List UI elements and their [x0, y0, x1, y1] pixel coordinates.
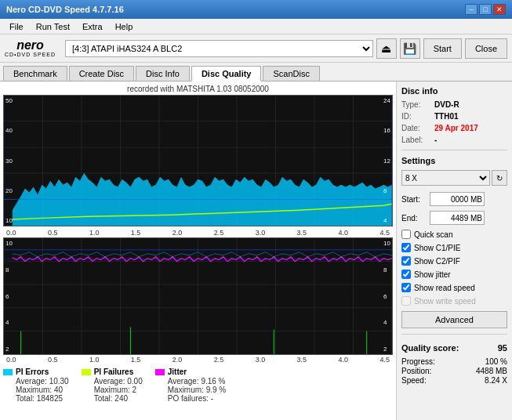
legend-pi-errors: PI Errors Average: 10.30 Maximum: 40 Tot…	[3, 368, 69, 403]
show-c1pie-row: Show C1/PIE	[401, 243, 507, 252]
legend-jitter: Jitter Average: 9.16 % Maximum: 9.9 % PO…	[155, 368, 226, 403]
menu-run-test[interactable]: Run Test	[30, 20, 76, 33]
jitter-stats: Average: 9.16 % Maximum: 9.9 % PO failur…	[168, 377, 226, 403]
eject-icon-button[interactable]: ⏏	[376, 38, 397, 59]
show-jitter-checkbox[interactable]	[401, 270, 411, 279]
pi-errors-stats: Average: 10.30 Maximum: 40 Total: 184825	[16, 377, 69, 403]
show-jitter-label[interactable]: Show jitter	[414, 270, 451, 279]
speed-select[interactable]: 8 X	[401, 170, 490, 186]
pi-failures-label: PI Failures	[94, 368, 134, 376]
start-mb-input[interactable]	[430, 192, 485, 206]
top-chart-svg	[4, 96, 392, 226]
divider-2	[401, 334, 507, 335]
save-icon-button[interactable]: 💾	[400, 38, 420, 59]
pi-errors-color	[3, 369, 13, 375]
disc-info-title: Disc info	[401, 86, 507, 96]
chart-area: recorded with MATSHITA 1.03 08052000 50 …	[0, 81, 396, 420]
window-title: Nero CD-DVD Speed 4.7.7.16	[6, 5, 124, 14]
start-mb-label: Start:	[401, 195, 427, 204]
disc-label-value: -	[434, 136, 437, 144]
quick-scan-row: Quick scan	[401, 230, 507, 239]
progress-row: Progress: 100 %	[401, 357, 507, 366]
disc-id-row: ID: TTH01	[401, 112, 507, 121]
pi-errors-label: PI Errors	[16, 368, 49, 376]
close-button[interactable]: Close	[465, 38, 507, 59]
show-read-speed-checkbox[interactable]	[401, 283, 411, 292]
top-chart: 50 40 30 20 10 24 16 12 8 4	[3, 95, 393, 226]
show-c2pif-checkbox[interactable]	[401, 256, 411, 266]
show-write-speed-row: Show write speed	[401, 296, 507, 306]
legend-pi-failures: PI Failures Average: 0.00 Maximum: 2 Tot…	[82, 368, 143, 403]
speed-row-2: Speed: 8.24 X	[401, 376, 507, 385]
tabs-bar: Benchmark Create Disc Disc Info Disc Qua…	[0, 63, 512, 81]
show-c1pie-label[interactable]: Show C1/PIE	[414, 244, 460, 252]
maximize-button[interactable]: □	[479, 4, 492, 15]
menu-help[interactable]: Help	[109, 20, 140, 33]
bottom-chart: 10 8 6 4 2 10 8 6 4 2	[3, 237, 393, 355]
logo-sub: CD•DVD SPEED	[5, 52, 56, 57]
progress-value: 100 %	[485, 357, 507, 366]
show-write-speed-checkbox	[401, 296, 411, 306]
settings-title: Settings	[401, 156, 507, 165]
show-read-speed-label[interactable]: Show read speed	[414, 284, 475, 292]
disc-label-row: Label: -	[401, 136, 507, 144]
divider-1	[401, 150, 507, 150]
speed-row: 8 X ↻	[401, 170, 507, 186]
advanced-button[interactable]: Advanced	[401, 311, 507, 328]
minimize-button[interactable]: –	[465, 4, 478, 15]
progress-label: Progress:	[401, 357, 435, 366]
quality-score-value: 95	[498, 343, 507, 353]
speed-label: Speed:	[401, 376, 427, 385]
disc-id-value: TTH01	[434, 112, 459, 121]
speed-value: 8.24 X	[485, 376, 507, 385]
tab-benchmark[interactable]: Benchmark	[3, 66, 67, 81]
title-bar: Nero CD-DVD Speed 4.7.7.16 – □ ✕	[0, 0, 512, 19]
end-mb-row: End:	[401, 211, 507, 225]
end-mb-input[interactable]	[430, 211, 485, 225]
tab-disc-quality[interactable]: Disc Quality	[191, 66, 262, 81]
show-jitter-row: Show jitter	[401, 270, 507, 279]
tab-create-disc[interactable]: Create Disc	[69, 66, 134, 81]
speed-refresh-button[interactable]: ↻	[492, 170, 507, 186]
tab-scan-disc[interactable]: ScanDisc	[263, 66, 319, 81]
disc-date-value: 29 Apr 2017	[434, 124, 478, 132]
jitter-label: Jitter	[168, 368, 187, 376]
pi-failures-color	[82, 369, 91, 375]
legend-area: PI Errors Average: 10.30 Maximum: 40 Tot…	[3, 364, 393, 406]
close-window-button[interactable]: ✕	[493, 4, 506, 15]
drive-select[interactable]: [4:3] ATAPI iHAS324 A BLC2	[65, 40, 373, 57]
bottom-chart-y-right: 10 8 6 4 2	[383, 238, 391, 354]
menu-file[interactable]: File	[3, 20, 30, 33]
bottom-chart-y-left: 10 8 6 4 2	[5, 238, 13, 354]
show-c2pif-label[interactable]: Show C2/PIF	[414, 257, 460, 266]
show-write-speed-label: Show write speed	[414, 297, 476, 306]
top-chart-y-right: 24 16 12 8 4	[383, 96, 391, 226]
quick-scan-checkbox[interactable]	[401, 230, 411, 239]
main-content: recorded with MATSHITA 1.03 08052000 50 …	[0, 81, 512, 420]
window-controls: – □ ✕	[465, 4, 506, 15]
top-chart-y-left: 50 40 30 20 10	[5, 96, 13, 226]
quality-score-row: Quality score: 95	[401, 343, 507, 353]
disc-date-row: Date: 29 Apr 2017	[401, 124, 507, 132]
show-c1pie-checkbox[interactable]	[401, 243, 411, 252]
bottom-chart-svg	[4, 238, 392, 354]
menu-extra[interactable]: Extra	[76, 20, 109, 33]
disc-label-label: Label:	[401, 136, 431, 144]
disc-date-label: Date:	[401, 124, 431, 132]
quality-score-label: Quality score:	[401, 343, 459, 353]
start-button[interactable]: Start	[423, 38, 462, 59]
logo: nero CD•DVD SPEED	[5, 39, 56, 57]
position-value: 4488 MB	[476, 367, 507, 375]
disc-id-label: ID:	[401, 112, 431, 121]
pi-failures-stats: Average: 0.00 Maximum: 2 Total: 240	[94, 377, 143, 403]
position-row: Position: 4488 MB	[401, 367, 507, 375]
logo-nero: nero	[16, 39, 44, 52]
disc-type-label: Type:	[401, 100, 431, 109]
start-mb-row: Start:	[401, 192, 507, 206]
tab-disc-info[interactable]: Disc Info	[136, 66, 190, 81]
quick-scan-label[interactable]: Quick scan	[414, 230, 452, 239]
position-label: Position:	[401, 367, 431, 375]
jitter-color	[155, 369, 165, 375]
toolbar: nero CD•DVD SPEED [4:3] ATAPI iHAS324 A …	[0, 34, 512, 63]
progress-section: Progress: 100 % Position: 4488 MB Speed:…	[401, 357, 507, 386]
